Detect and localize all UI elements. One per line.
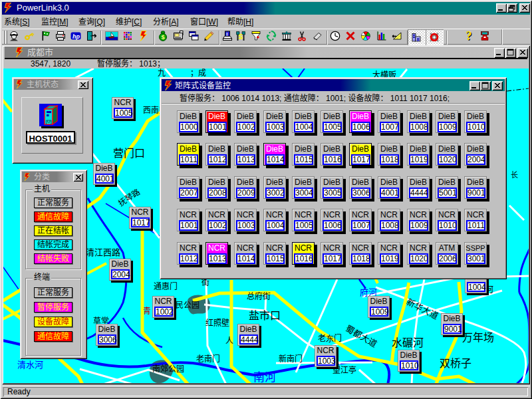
svg-text:hp: hp	[72, 33, 80, 40]
svg-text:$: $	[161, 33, 165, 41]
svg-text:?: ?	[466, 31, 472, 41]
svg-text:S: S	[239, 33, 243, 41]
